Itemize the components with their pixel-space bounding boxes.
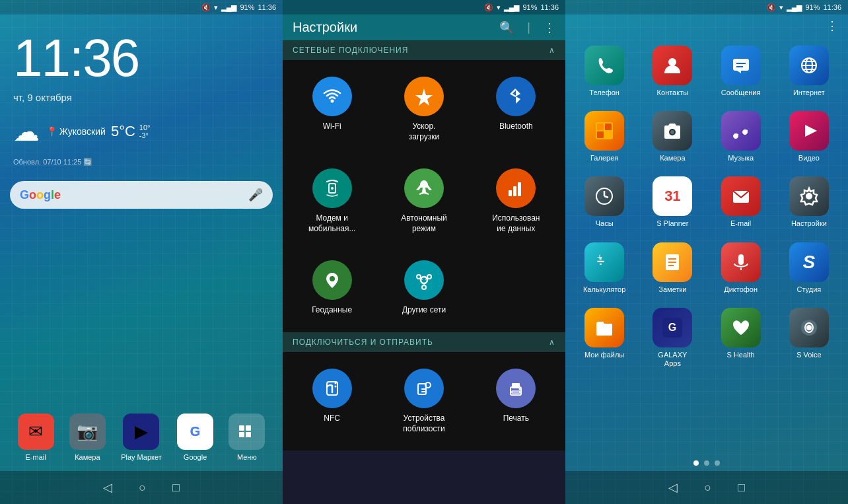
menu-label: Меню [237,453,257,461]
nfc-label: NFC [324,414,340,424]
app-calculator[interactable]: ÷+ Калькулятор [572,237,637,299]
more-icon[interactable]: ⋮ [544,20,555,35]
svg-marker-45 [805,125,817,137]
app-voice[interactable]: Диктофон [709,237,773,299]
app-settings[interactable]: Настройки [777,171,841,233]
settings-data[interactable]: Использование данных [474,159,559,244]
bluetooth-circle-icon [496,77,536,116]
recents-btn-apps[interactable]: □ [738,481,745,495]
settings-geo[interactable]: Геоданные [289,250,374,326]
recents-button[interactable]: □ [172,481,180,495]
lockscreen-nav: ◁ ○ □ [0,471,283,504]
section-network-header: СЕТЕВЫЕ ПОДКЛЮЧЕНИЯ ∧ [283,40,565,60]
airplane-label: Автономныйрежим [401,213,447,234]
video-label: Видео [798,154,820,162]
myfiles-app-icon [584,308,624,347]
wifi-icon: ▾ [214,3,218,12]
geo-label: Геоданные [312,305,352,316]
apps-more-icon[interactable]: ⋮ [826,18,838,33]
svg-text:+: + [597,252,602,262]
app-myfiles[interactable]: Мои файлы [572,303,637,373]
wifi-icon-a: ▾ [779,3,783,12]
settings-airplane[interactable]: Автономныйрежим [381,159,466,244]
app-video[interactable]: Видео [777,106,841,168]
galaxyapps-app-icon: G [653,308,692,347]
app-gallery[interactable]: Галерея [572,106,637,168]
svg-point-12 [421,277,427,283]
settings-nfc[interactable]: NFC [289,359,374,444]
app-email[interactable]: E-mail [709,171,773,233]
voice-app-icon [721,242,761,282]
play-label: Play Маркет [121,453,162,461]
apps-header: ⋮ [565,15,848,37]
app-studio[interactable]: S Студия [777,237,841,299]
calendar-app-icon: 31 [653,176,692,216]
svg-point-20 [334,382,336,384]
back-btn-apps[interactable]: ◁ [668,480,678,495]
google-icon: G [177,414,213,450]
svg-rect-39 [597,124,604,130]
app-notes[interactable]: Заметки [640,237,705,299]
app-music[interactable]: Музыка [709,106,773,168]
section-network-collapse[interactable]: ∧ [549,46,555,55]
app-galaxyapps[interactable]: G GALAXY Apps [640,303,705,373]
bluetooth-label: Bluetooth [499,122,533,132]
svg-rect-25 [512,383,520,388]
camera-icon: 📷 [69,414,106,450]
mute-icon-a: 🔇 [767,3,776,12]
settings-nearby[interactable]: Устройствапоблизости [381,359,466,444]
settings-boost[interactable]: Ускор.загрузки [381,67,466,152]
svg-point-62 [806,325,812,330]
calendar-label: S Planner [656,219,688,228]
signal-icon: ▂▄▆ [221,3,237,12]
svg-rect-0 [239,425,244,431]
app-contacts[interactable]: Контакты [640,40,705,102]
battery-a: 91% [805,3,820,11]
shealth-app-icon [721,308,761,347]
weather-icon: ☁ [13,116,40,147]
home-btn-apps[interactable]: ○ [704,481,711,495]
settings-hotspot[interactable]: Модем имобильная... [289,159,374,244]
svg-rect-26 [512,391,520,393]
wifi-icon-s: ▾ [497,3,501,12]
network-settings-grid: Wi-Fi Ускор.загрузки Bluetooth [283,60,565,332]
apps-status-bar: 🔇 ▾ ▂▄▆ 91% 11:36 [565,0,848,15]
weather-temp: 5°C [111,123,135,140]
dock-app-email[interactable]: ✉ E-mail [18,414,54,461]
back-button[interactable]: ◁ [103,480,112,495]
dock-app-google[interactable]: G Google [177,414,213,461]
svg-point-17 [422,285,426,289]
dock-apps: ✉ E-mail 📷 Камера ▶ Play Маркет G Google [0,407,283,468]
notes-label: Заметки [658,285,686,294]
app-messages[interactable]: Сообщения [709,40,773,102]
app-internet[interactable]: Интернет [777,40,841,102]
settings-networks[interactable]: Другие сети [381,250,466,326]
messages-app-icon [721,46,761,85]
signal-icon-a: ▂▄▆ [787,3,802,12]
svg-point-27 [519,388,521,390]
dock-app-play[interactable]: ▶ Play Маркет [121,414,162,461]
home-button[interactable]: ○ [139,481,146,495]
weather-temp-range: 10°-3° [139,124,151,139]
time-a: 11:36 [823,3,841,11]
app-svoice[interactable]: S Voice [777,303,841,373]
google-search-bar[interactable]: Google 🎤 [10,181,273,209]
app-shealth[interactable]: S Health [709,303,773,373]
svg-rect-29 [733,59,749,71]
settings-wifi[interactable]: Wi-Fi [289,67,374,152]
phone-app-icon [584,46,624,85]
section-connect-collapse[interactable]: ∧ [549,338,555,347]
lockscreen-date: чт, 9 октября [0,89,283,106]
voice-search-icon[interactable]: 🎤 [248,188,263,202]
app-clock[interactable]: Часы [572,171,637,233]
dock-app-camera[interactable]: 📷 Камера [69,414,106,461]
settings-bluetooth[interactable]: Bluetooth [474,67,559,152]
studio-app-icon: S [789,242,829,282]
dock-app-menu[interactable]: Меню [229,414,265,461]
settings-print[interactable]: Печать [474,359,559,444]
app-phone[interactable]: Телефон [572,40,637,102]
studio-label: Студия [796,285,821,294]
app-splanner[interactable]: 31 S Planner [640,171,705,233]
app-camera[interactable]: Камера [640,106,705,168]
search-icon[interactable]: 🔍 [499,20,514,35]
